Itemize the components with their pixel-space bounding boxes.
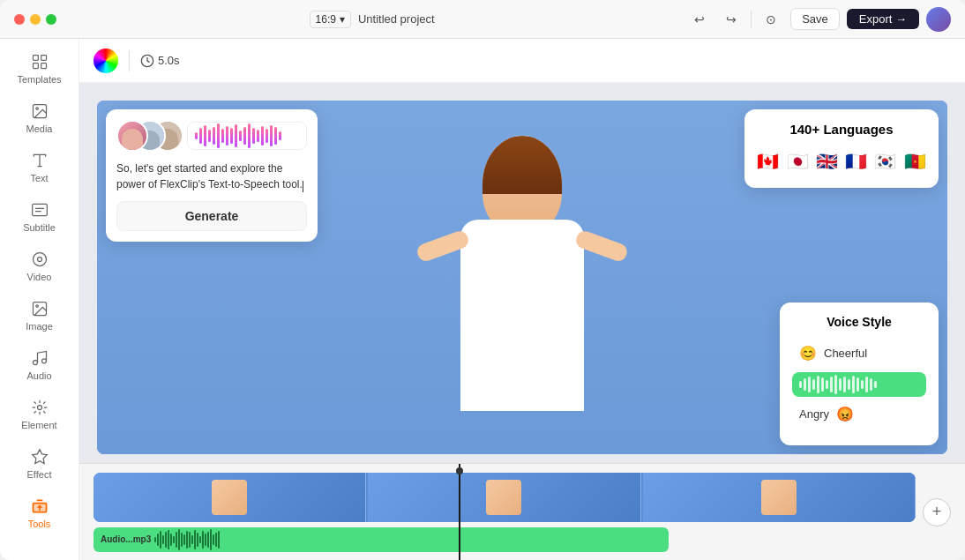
tts-avatar-group [116,120,176,152]
divider [129,50,130,71]
export-button[interactable]: Export → [847,9,919,29]
sidebar-item-media[interactable]: Media [9,95,71,141]
thumb-img [486,480,521,515]
main-layout: Templates Media Text [0,39,965,560]
awave-bar [160,531,161,549]
sidebar-item-text[interactable]: Text [9,145,71,190]
svg-rect-8 [32,204,47,215]
awave-bar [165,532,167,548]
content-area: 5.0s [79,39,965,560]
color-wheel[interactable] [94,49,118,73]
generate-button[interactable]: Generate [116,201,307,231]
tts-panel: So, let's get started and explore the po… [106,109,318,242]
voice-option-cheerful[interactable]: 😊 Cheerful [792,340,926,367]
sidebar-item-tools[interactable]: Tools [9,490,71,536]
svg-point-12 [37,258,41,262]
vwave-bar [812,379,815,390]
audio-track[interactable]: Audio...mp3 [94,527,669,552]
awave-bar [183,534,185,545]
chevron-down-icon: ▾ [340,13,345,26]
flag-canada[interactable]: 🇨🇦 [757,147,779,175]
aspect-ratio-label: 16:9 [316,13,336,26]
voice-option-angry[interactable]: Angry 😡 [792,400,926,428]
awave-bar [207,532,209,548]
add-clip-button[interactable]: + [923,498,951,526]
wave-bar [230,128,233,144]
duration-display[interactable]: 5.0s [140,54,180,68]
svg-rect-1 [41,56,46,61]
wave-bar [270,125,273,146]
playhead[interactable] [459,464,460,560]
save-button[interactable]: Save [790,8,840,30]
aspect-ratio-selector[interactable]: 16:9 ▾ [310,11,351,28]
sidebar-item-audio[interactable]: Audio [9,342,71,388]
awave-bar [178,529,180,550]
sidebar-item-video[interactable]: Video [9,243,71,289]
flag-cameroon[interactable]: 🇨🇲 [904,147,926,175]
vwave-bar [839,378,842,391]
angry-label: Angry [799,407,829,421]
canvas-area: So, let's get started and explore the po… [79,83,965,560]
vwave-bar [808,377,811,392]
vwave-bar [817,376,819,393]
sidebar-label-video: Video [27,272,52,282]
tts-avatars-row [116,120,307,152]
svg-point-14 [35,305,38,308]
vwave-bar [843,377,846,392]
avatar[interactable] [926,7,951,32]
thumb-img [761,480,797,515]
awave-bar [168,530,169,549]
maximize-button[interactable] [46,14,56,25]
cheerful-waveform [792,372,926,397]
redo-button[interactable]: ↪ [719,7,744,32]
grid-icon [31,53,49,71]
sidebar-label-image: Image [26,321,53,332]
sidebar-item-templates[interactable]: Templates [9,46,71,92]
flag-japan[interactable]: 🇯🇵 [786,147,808,175]
voice-panel-title: Voice Style [792,315,926,329]
tts-avatar-1[interactable] [116,120,148,152]
wave-bar [213,127,215,145]
vwave-bar [865,377,868,392]
undo-button[interactable]: ↩ [687,7,712,32]
flag-korea[interactable]: 🇰🇷 [874,147,896,175]
sidebar-item-subtitle[interactable]: Subtitle [9,194,71,240]
title-bar: 16:9 ▾ Untitled project ↩ ↪ ⊙ Save Expor… [0,0,965,39]
video-track[interactable] [94,473,916,522]
audio-label: Audio...mp3 [101,534,151,544]
flag-uk[interactable]: 🇬🇧 [816,147,838,175]
project-name: Untitled project [358,12,435,26]
vwave-bar [799,381,802,388]
sidebar-item-element[interactable]: Element [9,392,71,437]
wave-bar [252,128,255,144]
flag-france[interactable]: 🇫🇷 [845,147,867,175]
awave-bar [210,529,212,550]
subtitle-icon [31,201,49,219]
sidebar-item-effect[interactable]: Effect [9,441,71,487]
vwave-bar [804,378,806,391]
media-icon [31,102,49,120]
awave-bar [215,533,217,547]
wave-bar [199,128,202,144]
awave-bar [154,537,156,542]
wave-bar [274,127,277,145]
screen-record-button[interactable]: ⊙ [759,7,783,32]
wave-bar [204,125,206,146]
close-button[interactable] [14,14,25,25]
sidebar: Templates Media Text [0,39,79,560]
sidebar-label-text: Text [30,173,48,183]
video-thumb-1 [94,473,366,522]
svg-point-5 [35,108,38,110]
wave-bar [261,126,264,146]
separator [751,11,752,28]
minimize-button[interactable] [30,14,41,25]
svg-point-16 [41,359,46,363]
export-label: Export → [859,12,907,26]
wave-bar [266,129,268,143]
vwave-bar [834,375,837,394]
svg-point-11 [33,253,46,266]
app-window: 16:9 ▾ Untitled project ↩ ↪ ⊙ Save Expor… [0,0,965,560]
sidebar-item-image[interactable]: Image [9,293,71,339]
flag-row: 🇨🇦 🇯🇵 🇬🇧 🇫🇷 🇰🇷 🇨🇲 [757,147,926,175]
tts-text-content: So, let's get started and explore the po… [116,162,303,190]
